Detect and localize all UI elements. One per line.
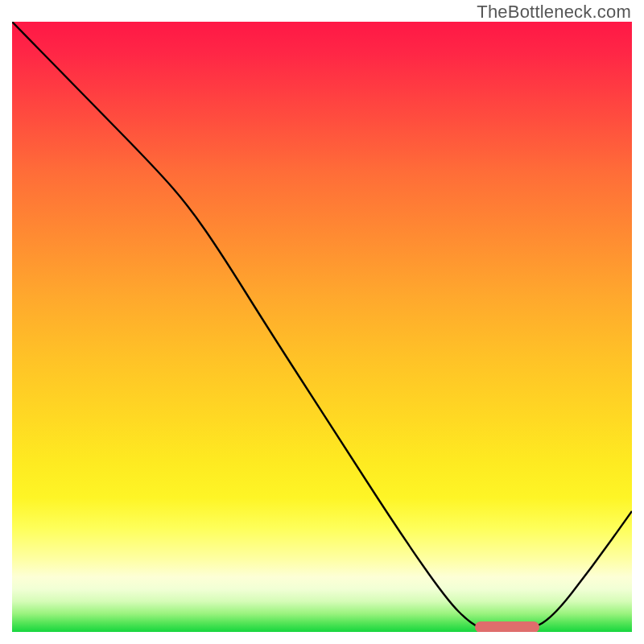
bottleneck-chart: TheBottleneck.com (0, 0, 644, 644)
plot-area (12, 22, 632, 632)
optimal-marker (475, 621, 539, 632)
heat-gradient-background (12, 22, 632, 632)
watermark-text: TheBottleneck.com (477, 2, 631, 23)
